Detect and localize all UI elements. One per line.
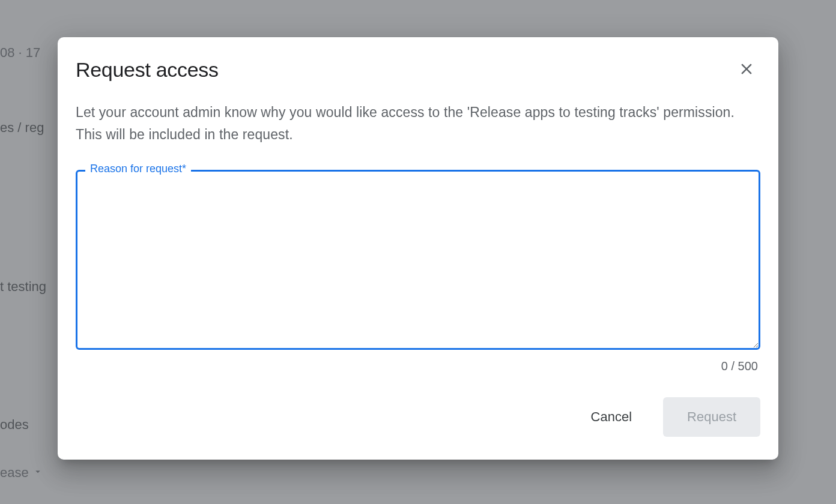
textarea-container: Reason for request* xyxy=(76,170,760,352)
dialog-actions: Cancel Request xyxy=(76,397,760,442)
close-icon xyxy=(738,60,756,80)
dialog-title: Request access xyxy=(76,58,219,82)
dialog-description: Let your account admin know why you woul… xyxy=(76,101,760,146)
dialog-header: Request access xyxy=(76,55,760,85)
character-counter: 0 / 500 xyxy=(76,359,760,373)
close-button[interactable] xyxy=(733,55,760,85)
request-button[interactable]: Request xyxy=(663,397,760,437)
request-access-dialog: Request access Let your account admin kn… xyxy=(58,37,778,460)
cancel-button[interactable]: Cancel xyxy=(574,401,649,433)
reason-textarea[interactable] xyxy=(76,170,760,350)
textarea-label: Reason for request* xyxy=(85,163,191,175)
